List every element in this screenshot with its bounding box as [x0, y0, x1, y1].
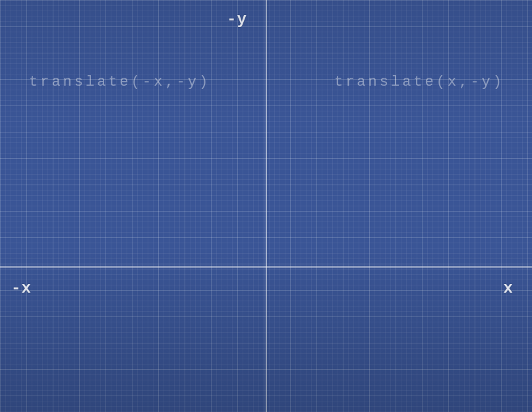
quadrant-label-top-right: translate(x,-y) — [334, 74, 504, 90]
quadrant-label-top-left: translate(-x,-y) — [29, 74, 210, 90]
axis-label-neg-x: -x — [11, 280, 32, 297]
axis-label-neg-y: -y — [227, 11, 247, 28]
y-axis-line — [266, 0, 267, 412]
axis-label-pos-x: x — [504, 280, 514, 297]
blueprint-canvas: -y -x x translate(-x,-y) translate(x,-y) — [0, 0, 532, 412]
